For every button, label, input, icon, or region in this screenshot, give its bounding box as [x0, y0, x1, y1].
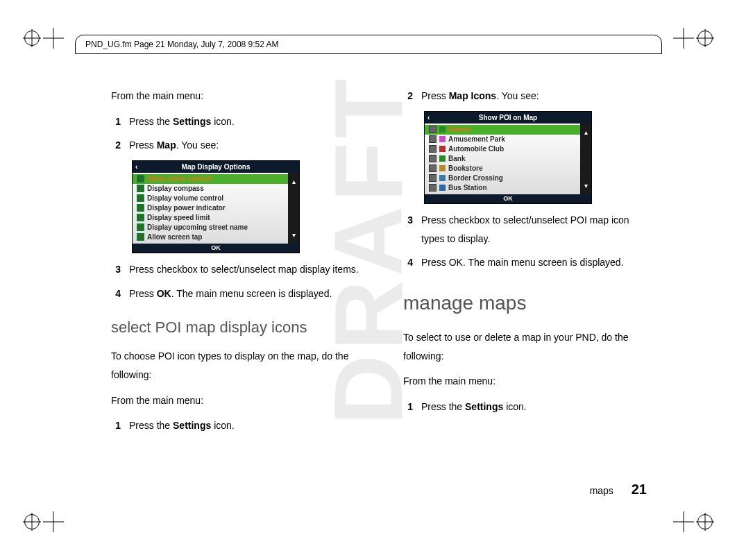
poi-icon [439, 175, 446, 181]
scrollbar: ▴▾ [288, 173, 299, 244]
checkbox-icon [137, 194, 144, 202]
right-column: 2 Press Map Icons. You see: ‹ Show POI o… [403, 87, 654, 504]
page-content: From the main menu: 1 Press the Settings… [111, 87, 654, 504]
list-item-label: Display speed limit [147, 213, 210, 222]
list-item: Bank [425, 154, 580, 164]
left-column: From the main menu: 1 Press the Settings… [111, 87, 362, 504]
list-item: Display upcoming street name [133, 223, 288, 232]
step: 3 Press checkbox to select/unselect POI … [403, 211, 654, 248]
checkbox-icon [429, 135, 437, 143]
list-item: Bookstore [425, 164, 580, 173]
list-item-label: Bus Station [448, 183, 487, 192]
poi-icon [439, 146, 446, 152]
list-item-label: Border Crossing [448, 173, 503, 183]
list-item-label: Display power indicator [147, 203, 226, 212]
poi-icon [439, 185, 446, 191]
list-item: Bus Station [425, 183, 580, 193]
step: 2 Press Map Icons. You see: [403, 87, 654, 105]
checkbox-icon [137, 185, 144, 192]
poi-icon [439, 126, 446, 133]
back-icon: ‹ [427, 113, 430, 122]
options-list: Allow zoom controlDisplay compassDisplay… [133, 173, 288, 244]
scroll-down-icon: ▾ [292, 230, 296, 239]
step: 2 Press Map. You see: [111, 136, 362, 155]
framemaker-header: PND_UG.fm Page 21 Monday, July 7, 2008 9… [75, 35, 662, 54]
checkbox-icon [137, 214, 144, 221]
para: To choose POI icon types to display on t… [111, 347, 362, 384]
scroll-up-icon: ▴ [584, 128, 588, 137]
chapter-heading: manage maps [403, 285, 654, 321]
intro-text: From the main menu: [403, 372, 654, 391]
checkbox-icon [429, 145, 437, 153]
checkbox-icon [429, 164, 437, 172]
checkbox-icon [429, 174, 437, 182]
scroll-down-icon: ▾ [584, 181, 588, 190]
list-item-label: Allow screen tap [147, 232, 202, 241]
list-item-label: Display volume control [147, 194, 223, 203]
checkbox-icon [137, 223, 144, 231]
checkbox-icon [137, 175, 144, 183]
list-item: Display volume control [133, 194, 288, 203]
back-icon: ‹ [135, 162, 137, 171]
crop-mark-br [673, 514, 716, 529]
crop-mark-tl [21, 31, 64, 46]
list-item: Border Crossing [425, 173, 580, 183]
checkbox-icon [429, 184, 437, 192]
checkbox-icon [137, 204, 144, 212]
checkbox-icon [429, 126, 437, 133]
list-item: Display speed limit [133, 213, 288, 223]
poi-icon [439, 165, 446, 171]
checkbox-icon [429, 155, 437, 162]
screenshot-map-display-options: ‹ Map Display Options Allow zoom control… [132, 160, 300, 254]
screenshot-title: Show POI on Map [479, 114, 537, 121]
framemaker-line: PND_UG.fm Page 21 Monday, July 7, 2008 9… [85, 40, 279, 49]
poi-icon [439, 155, 446, 162]
list-item: Amusement Park [425, 135, 580, 144]
ok-button: OK [425, 194, 591, 204]
para: To select to use or delete a map in your… [403, 328, 654, 365]
checkbox-icon [137, 233, 144, 241]
list-item: Allow screen tap [133, 232, 288, 242]
list-item: Display power indicator [133, 203, 288, 213]
intro-text: From the main menu: [111, 87, 362, 105]
list-item: Display compass [133, 184, 288, 194]
list-item: Automobile Club [425, 144, 580, 154]
intro-text: From the main menu: [111, 391, 362, 410]
list-item-label: Allow zoom control [147, 174, 211, 183]
list-item-label: Bookstore [448, 164, 482, 173]
section-heading: select POI map display icons [111, 313, 362, 342]
poi-icon [439, 136, 446, 142]
step: 4 Press OK. The main menu screen is disp… [111, 285, 362, 303]
list-item-label: Display compass [147, 184, 204, 193]
list-item-label: Airport [448, 125, 471, 134]
list-item-label: Display upcoming street name [147, 223, 248, 232]
poi-list: AirportAmusement ParkAutomobile ClubBank… [425, 124, 580, 194]
list-item: Allow zoom control [133, 174, 288, 184]
scrollbar: ▴▾ [580, 124, 591, 194]
step: 1 Press the Settings icon. [111, 112, 362, 131]
scroll-up-icon: ▴ [292, 177, 296, 186]
list-item: Airport [425, 125, 580, 135]
crop-mark-tr [673, 31, 716, 46]
step: 4 Press OK. The main menu screen is disp… [403, 253, 654, 272]
step: 1 Press the Settings icon. [403, 398, 654, 416]
screenshot-show-poi: ‹ Show POI on Map AirportAmusement ParkA… [424, 111, 592, 205]
step: 3 Press checkbox to select/unselect map … [111, 260, 362, 279]
step: 1 Press the Settings icon. [111, 416, 362, 435]
list-item-label: Automobile Club [448, 144, 504, 153]
crop-mark-bl [21, 514, 64, 529]
list-item-label: Bank [448, 154, 465, 163]
ok-button: OK [133, 244, 299, 253]
list-item-label: Amusement Park [448, 135, 505, 144]
screenshot-title: Map Display Options [182, 163, 251, 171]
